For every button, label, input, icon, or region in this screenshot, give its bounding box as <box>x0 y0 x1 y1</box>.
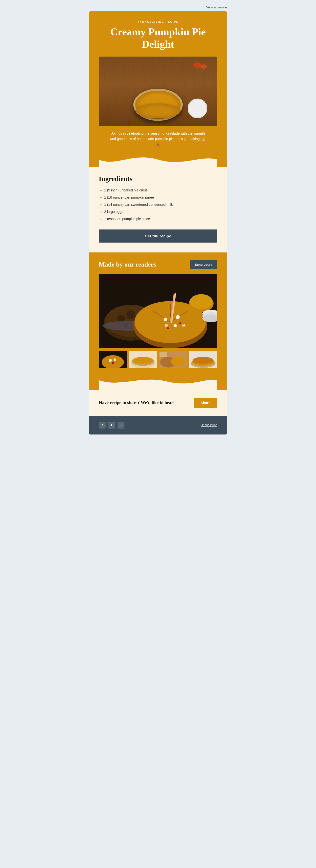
ingredients-section: Ingredients 1 (9 inch) unbaked pie crust… <box>89 167 227 252</box>
readers-wave-divider <box>99 375 217 390</box>
header-tag: THANKSGIVING RECIPE <box>99 20 217 23</box>
view-in-browser-link[interactable]: View in browser <box>207 6 227 9</box>
share-button[interactable]: Share <box>194 398 217 408</box>
ingredients-list: 1 (9 inch) unbaked pie crust 1 (16 ounce… <box>99 188 217 222</box>
reader-thumbnail-4[interactable] <box>189 351 217 368</box>
svg-point-28 <box>109 359 112 362</box>
instagram-icon[interactable]: in <box>118 422 124 429</box>
social-icons: f t in <box>99 422 124 429</box>
svg-point-37 <box>171 356 185 366</box>
svg-point-30 <box>112 362 114 364</box>
header-description: Join us in celebrating the season of gra… <box>99 126 217 147</box>
send-yours-button[interactable]: Send yours <box>190 260 217 269</box>
view-in-browser-bar: View in browser <box>89 5 227 9</box>
email-container: THANKSGIVING RECIPE Creamy Pumpkin Pie D… <box>89 11 227 434</box>
share-section: Have recipe to share? We'd like to hear!… <box>89 390 227 416</box>
ingredient-item: 1 (9 inch) unbaked pie crust <box>104 188 217 193</box>
svg-point-18 <box>167 327 169 329</box>
reader-thumbnail-2[interactable] <box>129 351 157 368</box>
thumbnail-row <box>99 351 217 374</box>
get-recipe-button[interactable]: Get full recipe <box>99 229 217 243</box>
ingredient-item: 1 (14 ounce) can sweetened condensed mil… <box>104 202 217 207</box>
svg-point-29 <box>114 359 116 361</box>
svg-point-17 <box>179 322 181 324</box>
svg-point-13 <box>176 315 180 319</box>
white-plate <box>188 98 208 118</box>
readers-section: Made by our readers Send yours <box>89 252 227 390</box>
ingredient-item: 1 teaspoon pumpkin pie spice <box>104 216 217 222</box>
svg-point-15 <box>174 324 177 327</box>
wave-divider <box>99 152 217 167</box>
readers-header: Made by our readers Send yours <box>99 260 217 269</box>
twitter-icon[interactable]: t <box>108 422 115 429</box>
svg-rect-38 <box>159 352 167 357</box>
svg-point-14 <box>164 318 167 321</box>
pie-graphic <box>133 89 183 121</box>
footer-section: f t in Unsubscribe <box>89 416 227 434</box>
readers-section-title: Made by our readers <box>99 261 156 268</box>
reader-thumbnail-1[interactable] <box>99 351 127 368</box>
svg-point-42 <box>193 357 214 364</box>
leaf-decoration-1 <box>193 62 202 69</box>
header-section: THANKSGIVING RECIPE Creamy Pumpkin Pie D… <box>89 11 227 167</box>
svg-point-34 <box>133 357 153 364</box>
share-text: Have recipe to share? We'd like to hear! <box>99 400 175 405</box>
reader-thumbnail-3[interactable] <box>159 351 187 368</box>
ingredient-item: 1 (16 ounce) can pumpkin puree <box>104 195 217 200</box>
facebook-icon[interactable]: f <box>99 422 106 429</box>
svg-point-3 <box>117 315 125 322</box>
svg-point-20 <box>190 294 213 309</box>
ingredients-title: Ingredients <box>99 175 217 183</box>
svg-point-4 <box>126 310 135 319</box>
header-title: Creamy Pumpkin Pie Delight <box>99 26 217 51</box>
main-reader-image <box>99 274 217 348</box>
ingredient-item: 2 large eggs <box>104 209 217 214</box>
unsubscribe-link[interactable]: Unsubscribe <box>201 423 217 427</box>
pie-overlay <box>99 57 217 126</box>
hero-image <box>99 57 217 126</box>
